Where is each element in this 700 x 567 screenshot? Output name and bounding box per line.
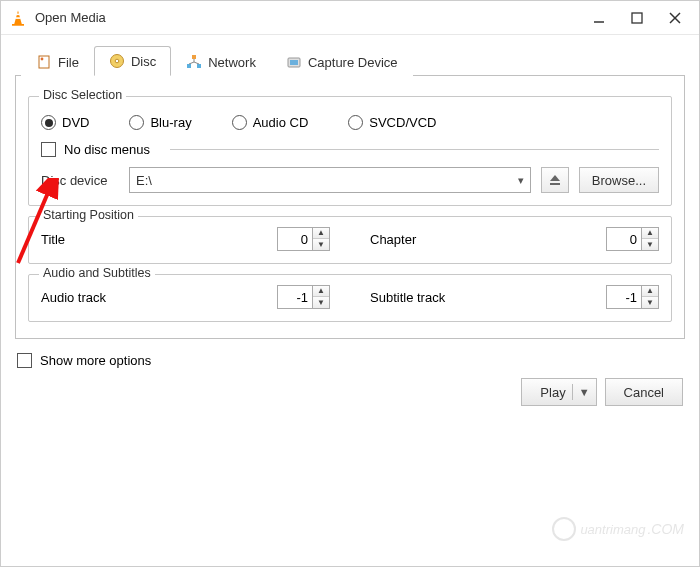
tab-label: Network	[208, 55, 256, 70]
title-label: Title	[41, 232, 65, 247]
subtitle-track-label: Subtitle track	[370, 290, 445, 305]
titlebar: Open Media	[1, 1, 699, 35]
radio-label: DVD	[62, 115, 89, 130]
svg-marker-20	[550, 175, 560, 181]
capture-icon	[286, 54, 302, 70]
disc-device-select[interactable]: E:\ ▾	[129, 167, 531, 193]
radio-dot-icon	[232, 115, 247, 130]
tab-label: Capture Device	[308, 55, 398, 70]
audio-track-label: Audio track	[41, 290, 106, 305]
chapter-label: Chapter	[370, 232, 416, 247]
chapter-input[interactable]	[607, 228, 641, 250]
radio-svcd[interactable]: SVCD/VCD	[348, 115, 436, 130]
disc-type-radios: DVD Blu-ray Audio CD SVCD/VCD	[41, 115, 659, 130]
radio-dot-icon	[129, 115, 144, 130]
show-more-label: Show more options	[40, 353, 151, 368]
svg-point-9	[41, 58, 44, 61]
show-more-row: Show more options	[15, 353, 685, 368]
radio-bluray[interactable]: Blu-ray	[129, 115, 191, 130]
svg-rect-5	[632, 13, 642, 23]
eject-button[interactable]	[541, 167, 569, 193]
group-audio-subtitles: Audio and Subtitles Audio track ▲▼ Subti…	[28, 274, 672, 322]
spin-up-icon[interactable]: ▲	[313, 286, 329, 297]
svg-rect-8	[39, 56, 49, 68]
subtitle-track-field: Subtitle track ▲▼	[370, 285, 659, 309]
svg-line-16	[189, 62, 194, 64]
file-icon	[36, 54, 52, 70]
spin-up-icon[interactable]: ▲	[313, 228, 329, 239]
no-disc-menus-checkbox[interactable]	[41, 142, 56, 157]
radio-label: Audio CD	[253, 115, 309, 130]
tab-label: File	[58, 55, 79, 70]
open-media-window: Open Media File Disc Network Capture Dev	[0, 0, 700, 567]
svg-rect-3	[12, 24, 24, 26]
tab-body-disc: Disc Selection DVD Blu-ray Audio CD SVCD…	[15, 76, 685, 339]
separator-line	[170, 149, 659, 150]
close-button[interactable]	[667, 10, 683, 26]
subtitle-track-input[interactable]	[607, 286, 641, 308]
group-starting-position: Starting Position Title ▲▼ Chapter ▲▼	[28, 216, 672, 264]
network-icon	[186, 54, 202, 70]
chevron-down-icon[interactable]: ▼	[579, 386, 590, 398]
svg-rect-1	[16, 13, 20, 15]
disc-icon	[109, 53, 125, 69]
spin-up-icon[interactable]: ▲	[642, 286, 658, 297]
svg-line-17	[194, 62, 199, 64]
button-separator	[572, 384, 573, 400]
subtitle-track-spinner[interactable]: ▲▼	[606, 285, 659, 309]
svg-rect-13	[187, 64, 191, 68]
radio-audiocd[interactable]: Audio CD	[232, 115, 309, 130]
vlc-cone-icon	[9, 9, 27, 27]
group-title: Starting Position	[39, 208, 138, 222]
no-disc-menus-row: No disc menus	[41, 142, 659, 157]
spin-up-icon[interactable]: ▲	[642, 228, 658, 239]
radio-dot-icon	[348, 115, 363, 130]
title-spinner[interactable]: ▲▼	[277, 227, 330, 251]
maximize-button[interactable]	[629, 10, 645, 26]
spin-down-icon[interactable]: ▼	[642, 239, 658, 250]
chapter-field: Chapter ▲▼	[370, 227, 659, 251]
svg-rect-2	[15, 17, 21, 19]
svg-rect-21	[550, 183, 560, 185]
radio-dvd[interactable]: DVD	[41, 115, 89, 130]
audio-track-spinner[interactable]: ▲▼	[277, 285, 330, 309]
minimize-button[interactable]	[591, 10, 607, 26]
dialog-buttons: Play ▼ Cancel	[15, 378, 685, 406]
window-title: Open Media	[35, 10, 591, 25]
play-label: Play	[540, 385, 565, 400]
chapter-spinner[interactable]: ▲▼	[606, 227, 659, 251]
disc-device-label: Disc device	[41, 173, 119, 188]
svg-rect-12	[192, 55, 196, 59]
title-input[interactable]	[278, 228, 312, 250]
tab-label: Disc	[131, 54, 156, 69]
group-title: Disc Selection	[39, 88, 126, 102]
audio-track-field: Audio track ▲▼	[41, 285, 330, 309]
radio-label: Blu-ray	[150, 115, 191, 130]
radio-label: SVCD/VCD	[369, 115, 436, 130]
spin-down-icon[interactable]: ▼	[642, 297, 658, 308]
tab-capture[interactable]: Capture Device	[271, 47, 413, 76]
chevron-down-icon: ▾	[518, 174, 524, 187]
audio-track-input[interactable]	[278, 286, 312, 308]
no-disc-menus-label: No disc menus	[64, 142, 150, 157]
tab-network[interactable]: Network	[171, 47, 271, 76]
window-controls	[591, 10, 683, 26]
tab-disc[interactable]: Disc	[94, 46, 171, 76]
title-field: Title ▲▼	[41, 227, 330, 251]
spin-down-icon[interactable]: ▼	[313, 297, 329, 308]
radio-dot-icon	[41, 115, 56, 130]
show-more-checkbox[interactable]	[17, 353, 32, 368]
spin-down-icon[interactable]: ▼	[313, 239, 329, 250]
svg-rect-19	[290, 60, 298, 65]
play-button[interactable]: Play ▼	[521, 378, 596, 406]
svg-rect-14	[197, 64, 201, 68]
group-title: Audio and Subtitles	[39, 266, 155, 280]
tab-file[interactable]: File	[21, 47, 94, 76]
svg-point-11	[115, 59, 119, 63]
tab-row: File Disc Network Capture Device	[15, 45, 685, 76]
browse-button[interactable]: Browse...	[579, 167, 659, 193]
group-disc-selection: Disc Selection DVD Blu-ray Audio CD SVCD…	[28, 96, 672, 206]
cancel-button[interactable]: Cancel	[605, 378, 683, 406]
disc-device-value: E:\	[136, 173, 152, 188]
client-area: File Disc Network Capture Device Disc Se…	[1, 35, 699, 420]
